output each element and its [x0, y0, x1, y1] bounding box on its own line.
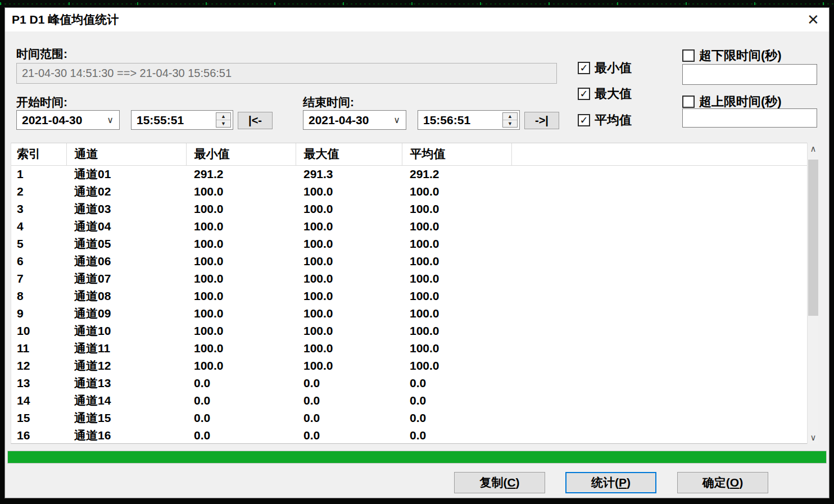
- ok-button[interactable]: 确定(O): [677, 472, 768, 493]
- start-time-spinner[interactable]: 15:55:51 ▲ ▼: [131, 110, 233, 130]
- cell-min: 100.0: [186, 217, 296, 235]
- table-row[interactable]: 5通道05100.0100.0100.0: [11, 235, 808, 252]
- cell-channel: 通道15: [66, 409, 186, 426]
- table-row[interactable]: 16通道160.00.00.0: [11, 426, 808, 444]
- results-table: 索引 通道 最小值 最大值 平均值 1通道01291.2291.3291.22通…: [11, 143, 808, 444]
- cell-min: 291.2: [186, 165, 296, 183]
- avg-value-checkbox[interactable]: ✓ 平均值: [578, 112, 632, 129]
- table-row[interactable]: 11通道11100.0100.0100.0: [11, 339, 808, 357]
- scroll-up-icon[interactable]: ∧: [808, 143, 819, 155]
- cell-index: 7: [11, 270, 66, 287]
- table-row[interactable]: 1通道01291.2291.3291.2: [11, 165, 808, 183]
- cell-index: 4: [11, 217, 66, 235]
- chevron-down-icon: ∨: [101, 115, 119, 125]
- table-scrollbar[interactable]: ∧ ∨: [807, 143, 818, 444]
- lower-limit-checkbox[interactable]: 超下限时间(秒): [682, 47, 782, 64]
- table-row[interactable]: 12通道12100.0100.0100.0: [11, 357, 808, 374]
- table-row[interactable]: 8通道08100.0100.0100.0: [11, 287, 808, 305]
- start-time-label: 开始时间:: [16, 94, 67, 110]
- cell-avg: 0.0: [402, 374, 511, 392]
- start-date-combobox[interactable]: 2021-04-30 ∨: [16, 110, 120, 130]
- cell-min: 100.0: [186, 357, 296, 374]
- statistics-button[interactable]: 统计(P): [565, 472, 656, 493]
- table-row[interactable]: 14通道140.00.00.0: [11, 392, 808, 409]
- header-avg[interactable]: 平均值: [402, 143, 511, 165]
- seek-to-start-button[interactable]: |<-: [238, 112, 273, 129]
- close-icon[interactable]: ✕: [800, 8, 827, 31]
- spin-down-icon[interactable]: ▼: [216, 120, 230, 127]
- cell-channel: 通道13: [66, 374, 186, 392]
- ok-button-text: ): [739, 476, 743, 489]
- cell-max: 100.0: [296, 270, 402, 287]
- table-row[interactable]: 3通道03100.0100.0100.0: [11, 200, 808, 217]
- cell-channel: 通道09: [66, 305, 186, 322]
- cell-filler: [511, 339, 808, 357]
- cell-avg: 100.0: [402, 200, 511, 217]
- cell-min: 100.0: [186, 287, 296, 305]
- spin-up-icon[interactable]: ▲: [503, 113, 517, 120]
- cell-filler: [511, 217, 808, 235]
- copy-button[interactable]: 复制(C): [454, 472, 545, 493]
- start-time-value: 15:55:51: [132, 111, 216, 129]
- min-value-checkbox[interactable]: ✓ 最小值: [578, 60, 632, 76]
- table-row[interactable]: 15通道150.00.00.0: [11, 409, 808, 426]
- table-row[interactable]: 2通道02100.0100.0100.0: [11, 183, 808, 200]
- statistics-button-text: 统计(: [591, 475, 619, 491]
- cell-min: 100.0: [186, 270, 296, 287]
- end-date-combobox[interactable]: 2021-04-30 ∨: [303, 110, 406, 130]
- title-bar: P1 D1 峰值均值统计 ✕: [5, 8, 829, 31]
- cell-max: 0.0: [296, 409, 402, 426]
- cell-channel: 通道03: [66, 200, 186, 217]
- end-time-spinner[interactable]: 15:56:51 ▲ ▼: [418, 110, 520, 130]
- cell-avg: 0.0: [402, 392, 511, 409]
- background-app-strip: [0, 0, 834, 7]
- spin-up-icon[interactable]: ▲: [216, 113, 230, 120]
- cell-filler: [511, 357, 808, 374]
- cell-channel: 通道06: [66, 252, 186, 270]
- max-value-checkbox-label: 最大值: [595, 85, 632, 102]
- seek-to-end-button[interactable]: ->|: [524, 112, 559, 129]
- table-row[interactable]: 10通道10100.0100.0100.0: [11, 322, 808, 339]
- cell-channel: 通道01: [66, 165, 186, 183]
- avg-value-checkbox-label: 平均值: [595, 112, 632, 129]
- cell-channel: 通道14: [66, 392, 186, 409]
- table-row[interactable]: 9通道09100.0100.0100.0: [11, 305, 808, 322]
- scrollbar-thumb[interactable]: [808, 160, 818, 316]
- cell-min: 100.0: [186, 183, 296, 200]
- table-row[interactable]: 6通道06100.0100.0100.0: [11, 252, 808, 270]
- cell-channel: 通道11: [66, 339, 186, 357]
- table-row[interactable]: 13通道130.00.00.0: [11, 374, 808, 392]
- cell-min: 100.0: [186, 339, 296, 357]
- upper-limit-checkbox[interactable]: 超上限时间(秒): [682, 93, 782, 110]
- checkbox-icon: ✓: [578, 114, 590, 126]
- cell-avg: 100.0: [402, 183, 511, 200]
- cell-filler: [511, 426, 808, 444]
- upper-limit-input[interactable]: [682, 108, 817, 128]
- header-max[interactable]: 最大值: [296, 143, 402, 165]
- cell-channel: 通道16: [66, 426, 186, 444]
- cell-avg: 100.0: [402, 339, 511, 357]
- cell-filler: [511, 200, 808, 217]
- statistics-button-hotkey: P: [619, 476, 627, 489]
- scroll-down-icon[interactable]: ∨: [808, 432, 819, 444]
- cell-index: 6: [11, 252, 66, 270]
- checkbox-icon: ✓: [578, 88, 590, 100]
- spin-down-icon[interactable]: ▼: [503, 120, 517, 127]
- header-channel[interactable]: 通道: [66, 143, 186, 165]
- lower-limit-input[interactable]: [682, 64, 817, 85]
- cell-channel: 通道04: [66, 217, 186, 235]
- cell-max: 100.0: [296, 357, 402, 374]
- ok-button-hotkey: O: [730, 476, 739, 489]
- cell-index: 1: [11, 165, 66, 183]
- cell-channel: 通道02: [66, 183, 186, 200]
- cell-channel: 通道07: [66, 270, 186, 287]
- max-value-checkbox[interactable]: ✓ 最大值: [578, 85, 632, 102]
- cell-filler: [511, 305, 808, 322]
- cell-channel: 通道12: [66, 357, 186, 374]
- cell-index: 14: [11, 392, 66, 409]
- table-row[interactable]: 4通道04100.0100.0100.0: [11, 217, 808, 235]
- cell-max: 100.0: [296, 287, 402, 305]
- table-row[interactable]: 7通道07100.0100.0100.0: [11, 270, 808, 287]
- header-index[interactable]: 索引: [11, 143, 66, 165]
- header-min[interactable]: 最小值: [186, 143, 296, 165]
